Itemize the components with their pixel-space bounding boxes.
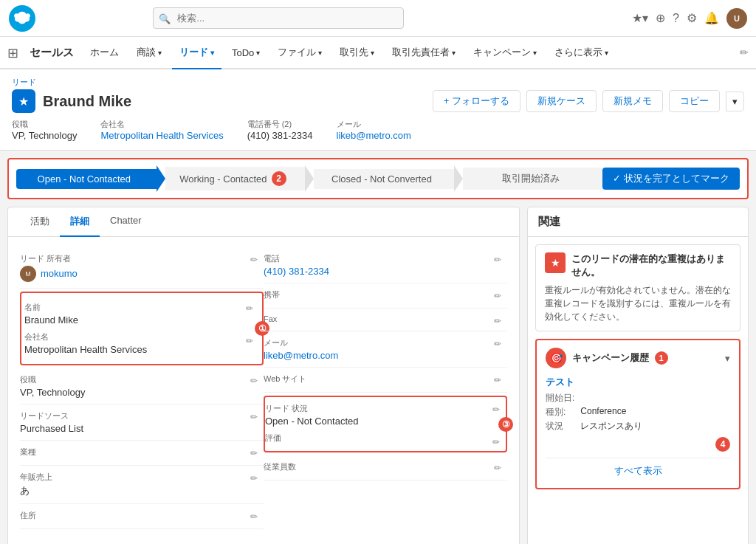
campaign-meta: 開始日: 種別: Conference 状況 レスポンスあり (546, 392, 730, 433)
tabs: 活動 詳細 Chatter (8, 207, 519, 237)
campaign-chevron-icon[interactable]: ▾ (725, 353, 730, 364)
top-bar-right: ★▾ ⊕ ? ⚙ 🔔 U (632, 8, 747, 29)
nav-home[interactable]: ホーム (83, 37, 126, 69)
show-all-link[interactable]: すべて表示 (546, 458, 730, 481)
nav-leads[interactable]: リード ▾ (172, 37, 221, 69)
tab-activity[interactable]: 活動 (20, 207, 60, 237)
campaign-card: 🎯 キャンペーン履歴 1 ▾ テスト 開始日: 種別: Conference 状… (535, 339, 740, 489)
field-mobile: 携帯 ✏ (264, 283, 507, 309)
search-input[interactable] (153, 7, 404, 29)
phone-detail-edit-icon[interactable]: ✏ (494, 255, 501, 265)
campaign-item: テスト 開始日: 種別: Conference 状況 レスポンスあり (546, 376, 730, 433)
rating-edit-icon[interactable]: ✏ (492, 437, 500, 447)
status-arrow-1 (157, 165, 165, 192)
breadcrumb[interactable]: リード (12, 77, 744, 88)
more-actions-button[interactable]: ▾ (726, 92, 744, 111)
lead-source-edit-icon[interactable]: ✏ (250, 412, 258, 422)
header-field-company: 会社名 Metropolitan Health Services (100, 119, 223, 141)
nav-edit-icon[interactable]: ✏ (740, 47, 749, 58)
notification-icon[interactable]: 🔔 (704, 11, 719, 25)
right-panel: 関連 ★ このリードの潜在的な重複はありません。 重複ルールが有効化されていませ… (527, 207, 749, 544)
tab-chatter[interactable]: Chatter (100, 207, 152, 237)
field-website: Web サイト ✏ (264, 368, 507, 393)
new-case-button[interactable]: 新規ケース (526, 90, 597, 112)
mark-complete-button[interactable]: ✓ 状況を完了としてマーク (602, 168, 740, 190)
main-nav: ⊞ セールス ホーム 商談 ▾ リード ▾ ToDo ▾ ファイル ▾ 取引先 … (0, 37, 756, 69)
nav-campaigns[interactable]: キャンペーン ▾ (466, 37, 544, 69)
detail-content: リード 所有者 M mokumo ✏ 名前 Braund Mike ✏ 会社名 (8, 237, 519, 540)
field-employees: 従業員数 ✏ (264, 455, 507, 481)
search-icon: 🔍 (159, 13, 171, 24)
fax-edit-icon[interactable]: ✏ (494, 316, 501, 326)
settings-icon[interactable]: ⚙ (687, 11, 697, 25)
duplicate-card: ★ このリードの潜在的な重複はありません。 重複ルールが有効化されていません。潜… (535, 244, 740, 331)
lead-status-edit-icon[interactable]: ✏ (492, 404, 500, 415)
step-badge-2: 2 (272, 171, 286, 186)
app-name: セールス (30, 46, 74, 60)
field-owner: リード 所有者 M mokumo ✏ (20, 247, 264, 289)
status-bar: Open - Not Contacted Working - Contacted… (7, 158, 749, 199)
employees-edit-icon[interactable]: ✏ (494, 463, 501, 473)
status-step-closed[interactable]: Closed - Not Converted (314, 169, 454, 189)
campaign-item-badge: 4 (715, 437, 730, 452)
industry-edit-icon[interactable]: ✏ (250, 448, 258, 458)
mobile-edit-icon[interactable]: ✏ (494, 291, 501, 301)
name-edit-icon[interactable]: ✏ (246, 303, 253, 314)
field-address: 住所 ✏ (20, 504, 264, 529)
salesforce-logo (9, 5, 35, 32)
tab-detail[interactable]: 詳細 (60, 207, 100, 237)
header-fields: 役職 VP, Technology 会社名 Metropolitan Healt… (12, 119, 744, 141)
email-detail-edit-icon[interactable]: ✏ (494, 339, 501, 349)
new-memo-button[interactable]: 新規メモ (602, 90, 663, 112)
highlight-badge-3: ③ (498, 417, 513, 432)
field-annual-revenue: 年販売上 あ ✏ (20, 466, 264, 504)
avatar[interactable]: U (726, 8, 747, 29)
name-company-highlight: 名前 Braund Mike ✏ 会社名 Metropolitan Health… (20, 292, 264, 365)
record-icon: ★ (12, 89, 35, 113)
field-email-detail: メール likeb@metro.com ✏ (264, 331, 507, 368)
address-edit-icon[interactable]: ✏ (250, 512, 258, 522)
owner-avatar: M (20, 266, 36, 282)
campaign-name-link[interactable]: テスト (546, 376, 574, 388)
position-edit-icon[interactable]: ✏ (250, 376, 258, 386)
annual-revenue-edit-icon[interactable]: ✏ (250, 473, 258, 483)
status-step-working[interactable]: Working - Contacted 2 (165, 167, 306, 190)
field-lead-source: リードソース Purchased List ✏ (20, 404, 264, 441)
campaign-icon: 🎯 (546, 348, 566, 368)
nav-deals[interactable]: 商談 ▾ (129, 37, 169, 69)
campaign-count-badge: 1 (655, 351, 668, 365)
field-lead-status: リード 状況 Open - Not Contacted ✏ (265, 397, 506, 430)
campaign-header: 🎯 キャンペーン履歴 1 ▾ (546, 348, 730, 368)
page-header: リード ★ Braund Mike + フォローする 新規ケース 新規メモ コピ… (0, 69, 756, 151)
field-position: 役職 VP, Technology ✏ (20, 368, 264, 404)
header-field-phone: 電話番号 (2) (410) 381-2334 (247, 119, 313, 141)
field-fax: Fax ✏ (264, 309, 507, 331)
campaign-title: キャンペーン履歴 1 (572, 351, 668, 365)
website-edit-icon[interactable]: ✏ (494, 375, 501, 385)
nav-accounts[interactable]: 取引先 ▾ (332, 37, 382, 69)
field-rating: 評価 ✏ (265, 430, 506, 451)
lead-status-highlight: リード 状況 Open - Not Contacted ✏ 評価 ✏ ③ (264, 396, 507, 452)
nav-contacts[interactable]: 取引先責任者 ▾ (385, 37, 463, 69)
field-name: 名前 Braund Mike ✏ (24, 296, 259, 328)
status-step-converted[interactable]: 取引開始済み (463, 168, 603, 190)
nav-files[interactable]: ファイル ▾ (270, 37, 329, 69)
status-arrow-3 (454, 165, 463, 192)
duplicate-icon: ★ (545, 252, 566, 273)
copy-button[interactable]: コピー (669, 90, 720, 112)
nav-more[interactable]: さらに表示 ▾ (547, 37, 616, 69)
search-bar: 🔍 (153, 7, 404, 29)
favorites-icon[interactable]: ★▾ (632, 11, 648, 25)
follow-button[interactable]: + フォローする (433, 90, 520, 112)
page-title-area: ★ Braund Mike (12, 89, 131, 113)
header-field-email: メール likeb@metro.com (337, 119, 411, 141)
owner-edit-icon[interactable]: ✏ (250, 255, 258, 265)
header-actions: + フォローする 新規ケース 新規メモ コピー ▾ (433, 90, 744, 112)
help-icon[interactable]: ? (673, 12, 679, 25)
top-bar: 🔍 ★▾ ⊕ ? ⚙ 🔔 U (0, 0, 756, 37)
grid-icon[interactable]: ⊞ (7, 45, 22, 60)
company-edit-icon[interactable]: ✏ (246, 336, 253, 346)
status-step-open[interactable]: Open - Not Contacted (16, 169, 157, 189)
nav-todo[interactable]: ToDo ▾ (224, 37, 267, 69)
add-icon[interactable]: ⊕ (656, 11, 665, 25)
